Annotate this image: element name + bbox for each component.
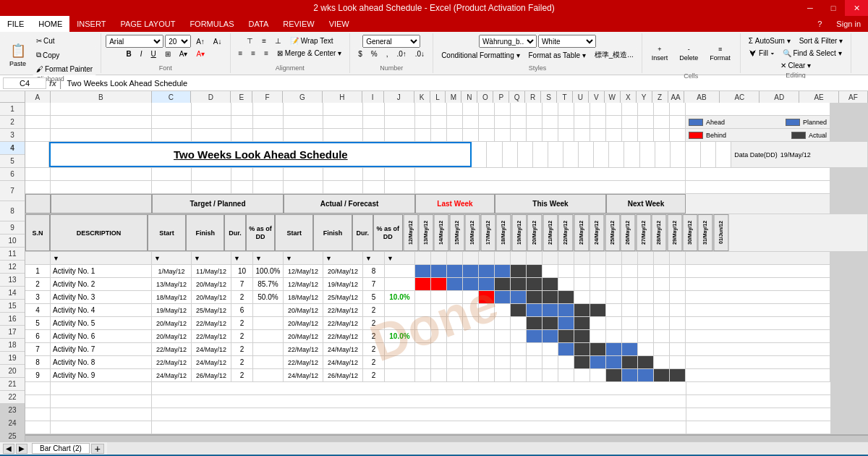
r18-tstart[interactable]: 24/May/12 [152,369,192,381]
r17-tfinish[interactable]: 24/May/12 [192,356,231,368]
r17-adur[interactable]: 2 [363,356,385,368]
r10-tdur[interactable]: 10 [231,265,253,277]
col-header-a[interactable]: A [25,91,51,103]
col-header-z[interactable]: Z [652,91,668,103]
r12-tpct[interactable]: 50.0% [253,291,284,303]
conditional-formatting-button[interactable]: Conditional Formatting ▾ [438,49,523,62]
cut-button[interactable]: ✂ Cut [33,35,96,47]
r13-sn[interactable]: 4 [25,304,51,316]
font-color-button[interactable]: A▾ [192,48,208,60]
r10-apct[interactable] [385,265,415,277]
r2-z[interactable] [654,116,670,128]
r14-apct[interactable] [385,317,415,329]
col-header-af[interactable]: AF [839,91,868,103]
r16-sn[interactable]: 7 [25,343,51,355]
r6-h[interactable] [323,181,363,193]
r14-astart[interactable]: 20/May/12 [284,317,323,329]
r13-tstart[interactable]: 19/May/12 [152,304,192,316]
r2-w[interactable] [606,116,622,128]
autosum-button[interactable]: Σ AutoSum ▾ [745,35,794,47]
r18-sn[interactable]: 9 [25,369,51,381]
r5-gantt-merged[interactable] [415,168,686,180]
r6-e[interactable] [231,181,253,193]
r17-tpct[interactable] [253,356,284,368]
r9-z[interactable] [654,252,670,264]
close-button[interactable]: ✕ [845,0,868,16]
format-as-table-button[interactable]: Format as Table ▾ [525,49,590,62]
r11-sn[interactable]: 2 [25,278,51,290]
r18-astart[interactable]: 24/May/12 [284,369,323,381]
tab-view[interactable]: VIEW [322,16,357,32]
r5-sn[interactable] [25,168,51,180]
r4-sn[interactable] [25,142,49,167]
r2-s[interactable] [542,116,558,128]
r2-l[interactable] [431,116,447,128]
r2-v[interactable] [590,116,606,128]
r4-x[interactable] [671,142,686,167]
r10-legend[interactable] [686,265,830,277]
border-button[interactable]: ⊞ [161,48,174,60]
r13-adur[interactable]: 2 [363,304,385,316]
r9-y[interactable] [638,252,654,264]
r13-tdur[interactable]: 6 [231,304,253,316]
col-header-t[interactable]: T [557,91,573,103]
r6-j[interactable] [385,181,415,193]
r12-legend[interactable] [686,291,830,303]
r1-f[interactable] [253,103,284,115]
r9-sn[interactable] [25,252,51,264]
r14-tpct[interactable] [253,317,284,329]
r4-aa[interactable] [716,142,731,167]
r18-legend[interactable] [686,369,830,381]
r3-desc[interactable] [51,129,152,141]
sign-in-button[interactable]: Sign in [829,16,868,32]
r12-sn[interactable]: 3 [25,291,51,303]
cell-reference-input[interactable] [3,77,46,89]
r9-desc[interactable]: ▼ [51,252,152,264]
col-header-c[interactable]: C [152,91,192,103]
r3-o[interactable] [479,129,495,141]
r5-g[interactable] [284,168,323,180]
r1-q[interactable] [511,103,527,115]
r12-adur[interactable]: 5 [363,291,385,303]
r2-m[interactable] [447,116,463,128]
r16-apct[interactable] [385,343,415,355]
r9-l[interactable] [431,252,447,264]
r5-j[interactable] [385,168,415,180]
col-header-p[interactable]: P [493,91,509,103]
col-header-r[interactable]: R [525,91,541,103]
r9-e[interactable]: ▼ [231,252,253,264]
col-header-u[interactable]: U [573,91,589,103]
fx-button[interactable]: fx [49,79,56,88]
r16-desc[interactable]: Activity No. 7 [51,343,152,355]
r1-s[interactable] [542,103,558,115]
delete-cells-button[interactable]: -Delete [674,35,703,72]
r2-i[interactable] [363,116,385,128]
fill-color-button[interactable]: A▾ [176,48,192,60]
paste-button[interactable]: 📋 Paste [4,36,31,74]
r11-tpct[interactable]: 85.7% [253,278,284,290]
r16-afinish[interactable]: 24/May/12 [323,343,363,355]
fill-button[interactable]: ⮟ Fill ▾ [746,47,777,59]
r11-tfinish[interactable]: 20/May/12 [192,278,231,290]
r17-afinish[interactable]: 24/May/12 [323,356,363,368]
h-scrollbar[interactable] [107,442,868,455]
r6-f[interactable] [253,181,284,193]
col-header-m[interactable]: M [446,91,461,103]
r2-j[interactable] [385,116,415,128]
r1-desc[interactable] [51,103,152,115]
increase-font-button[interactable]: A↑ [192,35,208,48]
r15-afinish[interactable]: 22/May/12 [323,330,363,342]
col-header-x[interactable]: X [621,91,637,103]
tab-review[interactable]: REVIEW [276,16,321,32]
r2-d[interactable] [192,116,231,128]
r9-f[interactable]: ▼ [253,252,284,264]
r12-apct[interactable]: 10.0% [385,291,415,303]
r1-h[interactable] [323,103,363,115]
r16-tpct[interactable] [253,343,284,355]
r1-w[interactable] [606,103,622,115]
r6-legend[interactable] [686,181,830,193]
align-bottom-button[interactable]: ⊥ [271,35,285,47]
r11-tdur[interactable]: 7 [231,278,253,290]
col-header-y[interactable]: Y [637,91,652,103]
r14-tstart[interactable]: 20/May/12 [152,317,192,329]
